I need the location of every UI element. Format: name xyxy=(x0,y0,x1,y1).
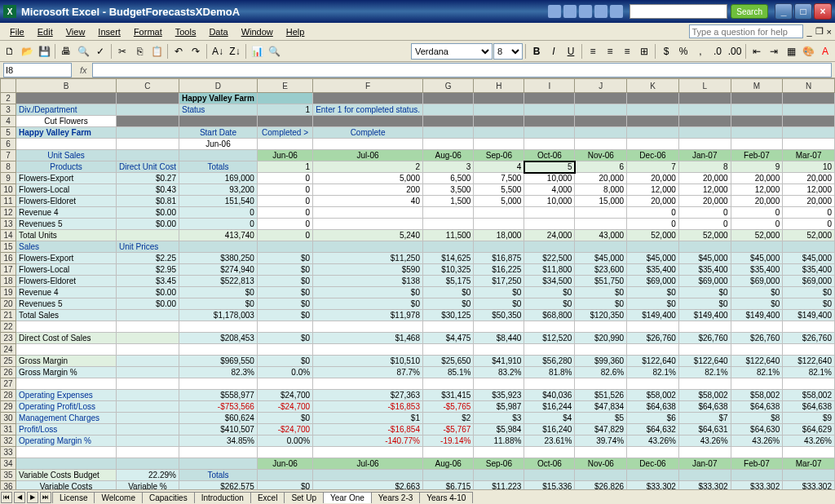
row-29[interactable]: 29Operating Profit/Loss-$753,566-$24,700… xyxy=(1,401,835,413)
name-box[interactable]: I8 xyxy=(3,63,72,77)
tab-prev-icon[interactable]: ◀ xyxy=(14,492,25,503)
sheet-tab[interactable]: Welcome xyxy=(94,492,143,503)
row-36[interactable]: 36Variable CostsVariable %$262,575$0$2,6… xyxy=(1,481,835,490)
row-4[interactable]: 4Cut Flowers xyxy=(1,116,835,127)
row-15[interactable]: 15SalesUnit Prices xyxy=(1,241,835,253)
indent-dec-icon[interactable]: ⇤ xyxy=(749,43,765,60)
spell-icon[interactable]: ✓ xyxy=(92,43,108,60)
doc-minimize-icon[interactable]: _ xyxy=(806,27,811,37)
row-27[interactable]: 27 xyxy=(1,378,835,390)
row-6[interactable]: 6Jun-06 xyxy=(1,139,835,150)
row-9[interactable]: 9Flowers-Export$0.27169,00005,0006,5007,… xyxy=(1,173,835,184)
indent-inc-icon[interactable]: ⇥ xyxy=(766,43,782,60)
fx-icon[interactable]: fx xyxy=(75,65,92,75)
sheet-tab[interactable]: Years 2-3 xyxy=(371,492,420,503)
row-19[interactable]: 19Revenue 4$0.00$0$0$0$0$0$0$0$0$0$0$0 xyxy=(1,287,835,298)
menu-help[interactable]: Help xyxy=(280,25,311,38)
currency-icon[interactable]: $ xyxy=(658,43,674,60)
row-26[interactable]: 26Gross Margin %82.3%0.0%87.7%85.1%83.2%… xyxy=(1,367,835,378)
row-32[interactable]: 32Operating Margin %34.85%0.00%-140.77%-… xyxy=(1,435,835,447)
sheet-tab[interactable]: Years 4-10 xyxy=(419,492,473,503)
sort-desc-icon[interactable]: Z↓ xyxy=(227,43,243,60)
row-33[interactable]: 33 xyxy=(1,447,835,458)
sheet-tab[interactable]: License xyxy=(52,492,95,503)
menu-format[interactable]: Format xyxy=(127,25,169,38)
minimize-button[interactable]: _ xyxy=(775,3,793,20)
fill-color-icon[interactable]: 🎨 xyxy=(800,43,816,60)
row-16[interactable]: 16Flowers-Export$2.25$380,250$0$11,250$1… xyxy=(1,253,835,264)
menu-view[interactable]: View xyxy=(60,25,92,38)
align-right-icon[interactable]: ≡ xyxy=(619,43,635,60)
cut-icon[interactable]: ✂ xyxy=(114,43,130,60)
paste-icon[interactable]: 📋 xyxy=(148,43,165,60)
help-input[interactable] xyxy=(689,24,803,38)
sort-asc-icon[interactable]: A↓ xyxy=(210,43,226,60)
sheet-tab[interactable]: Year One xyxy=(323,492,372,503)
dec-dec-icon[interactable]: .00 xyxy=(727,43,743,60)
tab-last-icon[interactable]: ⏭ xyxy=(40,492,51,503)
tab-next-icon[interactable]: ▶ xyxy=(27,492,38,503)
doc-restore-icon[interactable]: ❐ xyxy=(815,26,824,37)
new-icon[interactable]: 🗋 xyxy=(2,43,18,60)
doc-close-icon[interactable]: × xyxy=(827,27,832,37)
bold-icon[interactable]: B xyxy=(528,43,545,60)
comma-icon[interactable]: , xyxy=(692,43,709,60)
align-center-icon[interactable]: ≡ xyxy=(602,43,618,60)
row-5[interactable]: 5Happy Valley FarmStart DateCompleted >C… xyxy=(1,127,835,139)
worksheet-grid[interactable]: BCD EFGHI JKLMN 2Happy Valley Farm3Div./… xyxy=(0,78,835,489)
search-input[interactable] xyxy=(630,4,727,19)
tab-first-icon[interactable]: ⏮ xyxy=(1,492,12,503)
redo-icon[interactable]: ↷ xyxy=(188,43,204,60)
close-button[interactable]: × xyxy=(814,3,832,20)
italic-icon[interactable]: I xyxy=(546,43,562,60)
percent-icon[interactable]: % xyxy=(675,43,691,60)
row-11[interactable]: 11Flowers-Eldoret$0.81151,5400401,5005,0… xyxy=(1,196,835,207)
row-35[interactable]: 35Variable Costs Budget22.29%Totals xyxy=(1,470,835,481)
underline-icon[interactable]: U xyxy=(563,43,579,60)
row-10[interactable]: 10Flowers-Local$0.4393,20002003,5005,500… xyxy=(1,184,835,196)
row-20[interactable]: 20Revenues 5$0.00$0$0$0$0$0$0$0$0$0$0$0 xyxy=(1,298,835,310)
worksheet-scroll[interactable]: BCD EFGHI JKLMN 2Happy Valley Farm3Div./… xyxy=(0,78,835,489)
print-icon[interactable]: 🖶 xyxy=(58,43,74,60)
menu-file[interactable]: File xyxy=(3,25,31,38)
font-color-icon[interactable]: A xyxy=(817,43,833,60)
borders-icon[interactable]: ▦ xyxy=(783,43,799,60)
row-23[interactable]: 23Direct Cost of Sales$208,453$0$1,468$4… xyxy=(1,333,835,344)
row-17[interactable]: 17Flowers-Local$2.95$274,940$0$590$10,32… xyxy=(1,264,835,276)
open-icon[interactable]: 📂 xyxy=(19,43,35,60)
formula-input[interactable] xyxy=(92,63,832,77)
chart-icon[interactable]: 📊 xyxy=(249,43,265,60)
select-all-corner[interactable] xyxy=(1,79,16,93)
row-8[interactable]: 8ProductsDirect Unit CostTotals123456789… xyxy=(1,161,835,173)
row-12[interactable]: 12Revenue 4$0.00000000 xyxy=(1,207,835,219)
menu-edit[interactable]: Edit xyxy=(31,25,60,38)
save-icon[interactable]: 💾 xyxy=(36,43,52,60)
search-button[interactable]: Search xyxy=(731,4,768,19)
row-25[interactable]: 25Gross Margin$969,550$0$10,510$25,650$4… xyxy=(1,356,835,367)
align-left-icon[interactable]: ≡ xyxy=(585,43,601,60)
sheet-tab[interactable]: Capacities xyxy=(142,492,195,503)
menu-window[interactable]: Window xyxy=(235,25,280,38)
font-select[interactable]: Verdana xyxy=(411,43,493,60)
merge-icon[interactable]: ⊞ xyxy=(636,43,652,60)
row-3[interactable]: 3Div./DepartmentStatus1Enter 1 for compl… xyxy=(1,104,835,116)
row-2[interactable]: 2Happy Valley Farm xyxy=(1,93,835,104)
menu-data[interactable]: Data xyxy=(202,25,234,38)
row-13[interactable]: 13Revenues 5$0.00000000 xyxy=(1,219,835,230)
dec-inc-icon[interactable]: .0 xyxy=(709,43,726,60)
undo-icon[interactable]: ↶ xyxy=(170,43,187,60)
col-headers[interactable]: BCD EFGHI JKLMN xyxy=(1,79,835,93)
row-7[interactable]: 7Unit SalesJun-06Jul-06Aug-06Sep-06Oct-0… xyxy=(1,150,835,161)
maximize-button[interactable]: □ xyxy=(794,3,812,20)
sheet-tab[interactable]: Set Up xyxy=(284,492,324,503)
menu-tools[interactable]: Tools xyxy=(169,25,203,38)
row-18[interactable]: 18Flowers-Eldoret$3.45$522,813$0$138$5,1… xyxy=(1,276,835,287)
sheet-tab[interactable]: Introduction xyxy=(194,492,251,503)
row-34[interactable]: 34Jun-06Jul-06Aug-06Sep-06Oct-06Nov-06De… xyxy=(1,458,835,470)
row-22[interactable]: 22 xyxy=(1,321,835,333)
zoom-icon[interactable]: 🔍 xyxy=(266,43,282,60)
row-21[interactable]: 21Total Sales$1,178,003$0$11,978$30,125$… xyxy=(1,310,835,321)
row-24[interactable]: 24 xyxy=(1,344,835,356)
row-14[interactable]: 14Total Units413,74005,24011,50018,00024… xyxy=(1,230,835,241)
menu-insert[interactable]: Insert xyxy=(91,25,127,38)
